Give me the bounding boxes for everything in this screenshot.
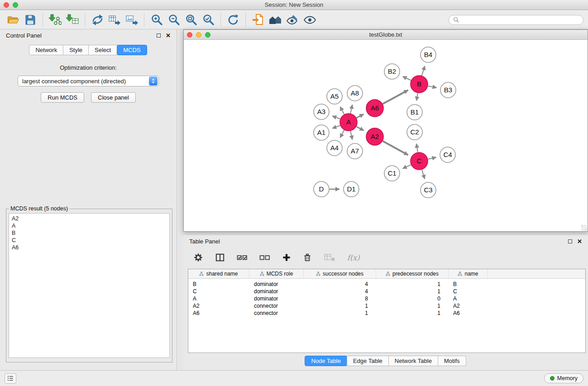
select-all-button[interactable] <box>237 253 248 262</box>
table-cell[interactable]: B <box>188 281 249 287</box>
search-input[interactable] <box>461 17 579 23</box>
node-B3[interactable]: B3 <box>440 82 456 98</box>
node-A4[interactable]: A4 <box>327 140 342 156</box>
show-hide-button[interactable] <box>301 12 318 28</box>
run-mcds-button[interactable]: Run MCDS <box>41 92 84 103</box>
table-cell[interactable]: A2 <box>188 303 249 309</box>
network-minimize-button[interactable] <box>196 32 201 38</box>
edge-B-B3[interactable] <box>428 86 437 88</box>
table-tab-motifs[interactable]: Motifs <box>438 356 466 366</box>
table-cell[interactable]: dominator <box>249 295 304 302</box>
table-tab-edge-table[interactable]: Edge Table <box>347 356 389 366</box>
network-zoom-button[interactable] <box>205 32 210 38</box>
table-cell[interactable]: connector <box>249 310 304 316</box>
table-cell[interactable]: A <box>188 295 249 302</box>
node-A2[interactable]: A2 <box>366 128 383 145</box>
annotation-toggle-button[interactable] <box>284 12 301 28</box>
search-field[interactable] <box>449 15 583 25</box>
column-header-predecessor-nodes[interactable]: predecessor nodes <box>376 269 449 278</box>
node-B1[interactable]: B1 <box>407 105 422 120</box>
node-B2[interactable]: B2 <box>384 64 400 79</box>
table-cell[interactable]: 0 <box>376 295 449 302</box>
open-session-button[interactable] <box>5 12 22 28</box>
edge-A-A6[interactable] <box>357 114 364 118</box>
table-cell[interactable]: A2 <box>449 303 488 309</box>
edge-B-B4[interactable] <box>422 66 425 76</box>
export-image-button[interactable] <box>123 12 140 28</box>
table-row[interactable]: Adominator80A <box>188 295 585 302</box>
node-A1[interactable]: A1 <box>314 125 329 140</box>
table-cell[interactable]: B <box>449 281 488 287</box>
zoom-in-button[interactable] <box>148 12 165 28</box>
resize-grip[interactable] <box>581 225 587 231</box>
show-columns-button[interactable] <box>215 253 225 262</box>
tab-network[interactable]: Network <box>29 45 63 55</box>
criterion-dropdown[interactable]: largest connected component (directed) <box>18 76 159 86</box>
node-C2[interactable]: C2 <box>407 124 422 140</box>
edge-A-A3[interactable] <box>332 116 340 119</box>
import-network-button[interactable] <box>47 12 64 28</box>
network-swap-button[interactable] <box>89 12 106 28</box>
node-D[interactable]: D <box>314 181 329 197</box>
table-settings-button[interactable] <box>193 253 203 262</box>
zoom-selected-button[interactable] <box>200 12 217 28</box>
node-A5[interactable]: A5 <box>327 89 342 104</box>
add-column-button[interactable] <box>282 253 291 262</box>
zoom-window-button[interactable] <box>13 2 18 8</box>
edge-B-B2[interactable] <box>403 76 411 81</box>
delete-column-button[interactable] <box>303 253 312 262</box>
table-cell[interactable]: 4 <box>304 288 376 295</box>
node-B[interactable]: B <box>411 76 428 93</box>
table-row[interactable]: A2connector11A2 <box>188 302 585 310</box>
tab-mcds[interactable]: MCDS <box>117 45 147 55</box>
network-close-button[interactable] <box>187 32 192 38</box>
import-table-button[interactable] <box>64 12 81 28</box>
node-table[interactable]: shared nameMCDS rolesuccessor nodesprede… <box>188 269 586 353</box>
table-cell[interactable]: dominator <box>249 288 304 295</box>
deselect-all-button[interactable] <box>259 253 270 262</box>
table-cell[interactable]: 1 <box>376 310 449 316</box>
node-C3[interactable]: C3 <box>421 182 436 198</box>
mcds-result-item[interactable]: B <box>12 229 167 237</box>
node-A6[interactable]: A6 <box>366 100 383 117</box>
edge-A2-C[interactable] <box>383 141 408 155</box>
table-tab-network-table[interactable]: Network Table <box>388 356 438 366</box>
table-cell[interactable]: 1 <box>304 310 376 316</box>
function-builder-button[interactable]: f(x) <box>347 253 359 262</box>
node-A[interactable]: A <box>340 114 357 131</box>
table-row[interactable]: A6connector11A6 <box>188 310 585 317</box>
mcds-result-list[interactable]: A2ABCA6 <box>9 213 170 358</box>
node-D1[interactable]: D1 <box>344 181 359 197</box>
node-C1[interactable]: C1 <box>384 166 400 181</box>
edge-C-C1[interactable] <box>403 165 411 168</box>
float-panel-icon[interactable] <box>157 33 161 38</box>
node-C4[interactable]: C4 <box>440 147 455 162</box>
mcds-result-item[interactable]: C <box>12 237 167 244</box>
edge-C-C2[interactable] <box>416 144 418 152</box>
table-row[interactable]: Cdominator41C <box>188 288 585 295</box>
edge-C-C4[interactable] <box>428 157 436 159</box>
table-cell[interactable]: C <box>449 288 488 295</box>
float-panel-icon[interactable] <box>568 239 572 243</box>
edge-A-A4[interactable] <box>340 130 344 138</box>
node-C[interactable]: C <box>411 152 428 170</box>
edge-A-A5[interactable] <box>340 107 344 114</box>
node-B4[interactable]: B4 <box>421 47 436 62</box>
column-header-name[interactable]: name <box>449 269 488 278</box>
table-cell[interactable]: 1 <box>304 303 376 309</box>
table-cell[interactable]: 1 <box>376 281 449 287</box>
table-cell[interactable]: A <box>449 295 488 302</box>
table-cell[interactable]: A6 <box>188 310 249 316</box>
node-A7[interactable]: A7 <box>347 143 363 159</box>
edge-A6-B[interactable] <box>383 90 408 104</box>
edge-B-B1[interactable] <box>416 93 418 101</box>
column-header-shared-name[interactable]: shared name <box>188 269 249 278</box>
memory-button[interactable]: Memory <box>544 373 583 383</box>
mcds-result-item[interactable]: A <box>12 222 167 229</box>
network-canvas[interactable]: B4B2BB3A5A8A6B1A3AC2A1A2A4A7C4CC1C3DD1 <box>184 40 588 231</box>
task-history-button[interactable] <box>5 373 16 384</box>
table-cell[interactable]: 4 <box>304 281 376 287</box>
mcds-result-item[interactable]: A2 <box>12 215 167 222</box>
node-A3[interactable]: A3 <box>314 104 329 119</box>
import-document-button[interactable] <box>249 12 267 28</box>
